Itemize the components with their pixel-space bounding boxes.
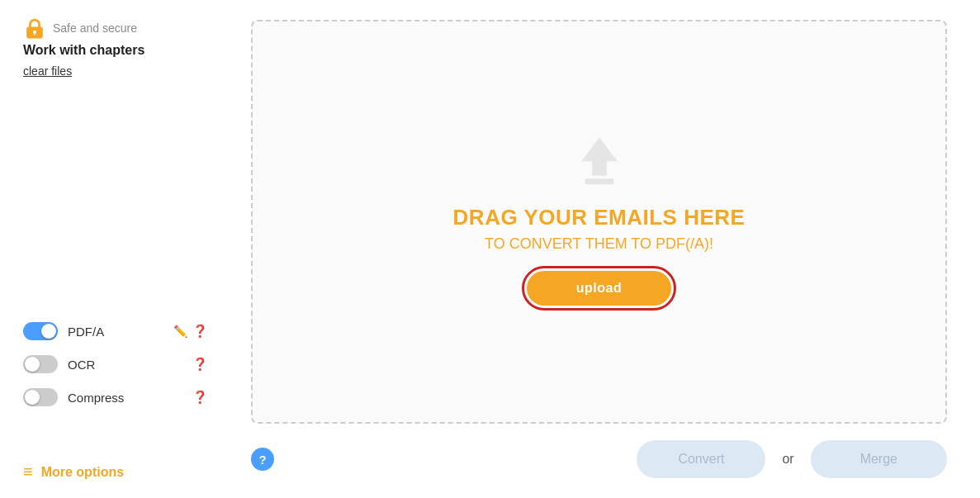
option-row-ocr: OCR ❓: [23, 355, 208, 373]
svg-rect-2: [34, 32, 36, 36]
pdfa-label: PDF/A: [68, 325, 163, 339]
option-row-pdfa: PDF/A ✏️ ❓: [23, 322, 208, 340]
drag-main-text: DRAG YOUR EMAILS HERE: [453, 205, 746, 230]
left-panel: Safe and secure Work with chapters clear…: [0, 0, 231, 498]
header-section: Safe and secure Work with chapters clear…: [23, 17, 208, 94]
page-title: Work with chapters: [23, 43, 208, 58]
compress-help-icon[interactable]: ❓: [192, 390, 208, 405]
pdfa-help-icon[interactable]: ❓: [192, 324, 208, 339]
option-row-compress: Compress ❓: [23, 388, 208, 406]
more-options[interactable]: ≡ More options: [23, 462, 124, 481]
upload-button[interactable]: upload: [527, 271, 671, 306]
ocr-toggle[interactable]: [23, 355, 58, 373]
clear-files-link[interactable]: clear files: [23, 64, 208, 78]
main-area: DRAG YOUR EMAILS HERE TO CONVERT THEM TO…: [231, 0, 980, 498]
compress-icons: ❓: [192, 390, 208, 405]
compress-toggle-thumb: [25, 390, 40, 405]
drag-sub-text: TO CONVERT THEM TO PDF(/A)!: [485, 235, 713, 253]
options-section: PDF/A ✏️ ❓ OCR ❓ Compress ❓: [23, 322, 208, 406]
help-icon[interactable]: ?: [251, 448, 274, 471]
ocr-toggle-thumb: [25, 357, 40, 372]
ocr-help-icon[interactable]: ❓: [192, 357, 208, 372]
pdfa-icons: ✏️ ❓: [173, 324, 208, 339]
ocr-icons: ❓: [192, 357, 208, 372]
safe-text: Safe and secure: [53, 21, 137, 35]
or-label: or: [782, 452, 793, 467]
safe-secure-row: Safe and secure: [23, 17, 208, 40]
compress-toggle[interactable]: [23, 388, 58, 406]
lock-icon: [23, 17, 46, 40]
svg-rect-4: [585, 178, 613, 184]
ocr-label: OCR: [68, 358, 182, 372]
svg-marker-3: [581, 137, 618, 175]
upload-arrow-icon: [570, 134, 628, 192]
more-options-label: More options: [41, 465, 124, 480]
pdfa-toggle[interactable]: [23, 322, 58, 340]
drop-zone[interactable]: DRAG YOUR EMAILS HERE TO CONVERT THEM TO…: [251, 20, 947, 424]
bottom-bar: ? Convert or Merge: [251, 440, 947, 478]
convert-button[interactable]: Convert: [637, 440, 765, 478]
pdfa-edit-icon[interactable]: ✏️: [173, 325, 187, 338]
pdfa-toggle-thumb: [41, 324, 56, 339]
upload-button-wrapper: upload: [522, 266, 676, 311]
hamburger-icon: ≡: [23, 462, 33, 481]
merge-button[interactable]: Merge: [811, 440, 947, 478]
compress-label: Compress: [68, 391, 182, 405]
